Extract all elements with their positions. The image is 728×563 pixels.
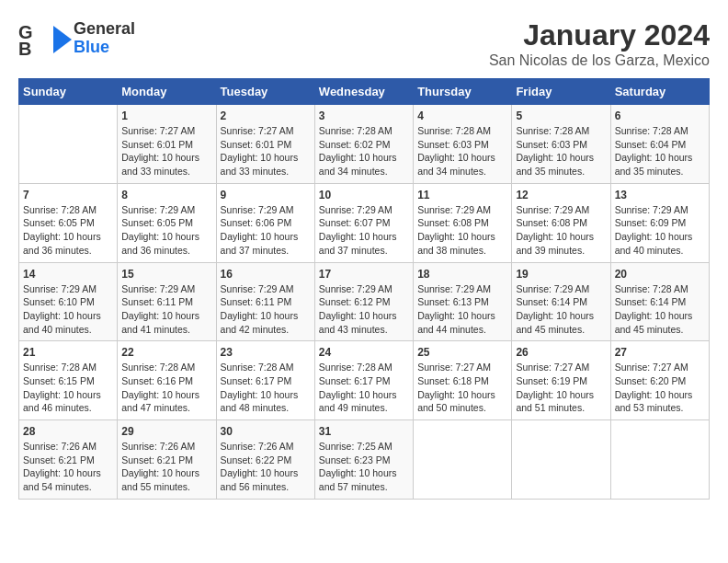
calendar-cell: 31Sunrise: 7:25 AM Sunset: 6:23 PM Dayli… <box>314 420 413 500</box>
day-info: Sunrise: 7:26 AM Sunset: 6:21 PM Dayligh… <box>121 440 211 494</box>
calendar-cell: 11Sunrise: 7:29 AM Sunset: 6:08 PM Dayli… <box>414 183 512 262</box>
header-saturday: Saturday <box>610 79 709 105</box>
day-info: Sunrise: 7:28 AM Sunset: 6:16 PM Dayligh… <box>121 361 211 415</box>
calendar-cell: 28Sunrise: 7:26 AM Sunset: 6:21 PM Dayli… <box>19 420 118 500</box>
day-info: Sunrise: 7:28 AM Sunset: 6:17 PM Dayligh… <box>221 361 311 415</box>
header-wednesday: Wednesday <box>314 79 413 105</box>
calendar-cell: 29Sunrise: 7:26 AM Sunset: 6:21 PM Dayli… <box>118 420 216 500</box>
calendar-cell: 16Sunrise: 7:29 AM Sunset: 6:11 PM Dayli… <box>216 262 314 341</box>
calendar-cell: 12Sunrise: 7:29 AM Sunset: 6:08 PM Dayli… <box>512 183 610 262</box>
day-info: Sunrise: 7:28 AM Sunset: 6:17 PM Dayligh… <box>319 361 409 415</box>
calendar-cell: 19Sunrise: 7:29 AM Sunset: 6:14 PM Dayli… <box>512 262 610 341</box>
header-thursday: Thursday <box>414 79 512 105</box>
calendar-cell: 17Sunrise: 7:29 AM Sunset: 6:12 PM Dayli… <box>314 262 413 341</box>
day-info: Sunrise: 7:27 AM Sunset: 6:01 PM Dayligh… <box>221 124 311 178</box>
logo-text: General Blue <box>74 20 135 57</box>
calendar-cell: 4Sunrise: 7:28 AM Sunset: 6:03 PM Daylig… <box>414 105 512 184</box>
day-number: 27 <box>615 346 705 359</box>
day-number: 20 <box>615 268 705 281</box>
header-tuesday: Tuesday <box>216 79 314 105</box>
day-info: Sunrise: 7:27 AM Sunset: 6:18 PM Dayligh… <box>417 361 507 415</box>
day-info: Sunrise: 7:29 AM Sunset: 6:10 PM Dayligh… <box>23 282 113 337</box>
day-info: Sunrise: 7:29 AM Sunset: 6:09 PM Dayligh… <box>615 203 705 258</box>
calendar-week-row: 21Sunrise: 7:28 AM Sunset: 6:15 PM Dayli… <box>19 341 710 420</box>
day-info: Sunrise: 7:28 AM Sunset: 6:02 PM Dayligh… <box>319 124 409 178</box>
logo: G B General Blue <box>18 18 135 59</box>
day-number: 10 <box>319 189 409 201</box>
svg-text:B: B <box>18 39 31 59</box>
calendar-cell: 22Sunrise: 7:28 AM Sunset: 6:16 PM Dayli… <box>118 341 216 420</box>
day-info: Sunrise: 7:27 AM Sunset: 6:19 PM Dayligh… <box>516 361 606 415</box>
day-info: Sunrise: 7:29 AM Sunset: 6:11 PM Dayligh… <box>121 282 211 337</box>
calendar-cell: 20Sunrise: 7:28 AM Sunset: 6:14 PM Dayli… <box>610 262 709 341</box>
day-number: 28 <box>23 425 113 438</box>
day-number: 12 <box>516 189 606 201</box>
day-info: Sunrise: 7:28 AM Sunset: 6:14 PM Dayligh… <box>615 282 705 337</box>
calendar-cell: 8Sunrise: 7:29 AM Sunset: 6:05 PM Daylig… <box>118 183 216 262</box>
header-sunday: Sunday <box>19 79 118 105</box>
calendar-cell: 9Sunrise: 7:29 AM Sunset: 6:06 PM Daylig… <box>216 183 314 262</box>
calendar-week-row: 7Sunrise: 7:28 AM Sunset: 6:05 PM Daylig… <box>19 183 710 262</box>
day-info: Sunrise: 7:29 AM Sunset: 6:07 PM Dayligh… <box>319 203 409 258</box>
day-number: 3 <box>319 109 409 122</box>
day-info: Sunrise: 7:28 AM Sunset: 6:05 PM Dayligh… <box>23 203 113 258</box>
calendar-week-row: 28Sunrise: 7:26 AM Sunset: 6:21 PM Dayli… <box>19 420 710 500</box>
day-number: 23 <box>221 346 311 359</box>
calendar-cell: 15Sunrise: 7:29 AM Sunset: 6:11 PM Dayli… <box>118 262 216 341</box>
day-number: 1 <box>121 109 211 122</box>
logo-general: General <box>74 20 135 39</box>
day-info: Sunrise: 7:29 AM Sunset: 6:14 PM Dayligh… <box>516 282 606 337</box>
day-info: Sunrise: 7:28 AM Sunset: 6:15 PM Dayligh… <box>23 361 113 415</box>
day-number: 4 <box>417 109 507 122</box>
page-header: G B General Blue January 2024 San Nicola… <box>18 18 710 69</box>
day-info: Sunrise: 7:29 AM Sunset: 6:08 PM Dayligh… <box>417 203 507 258</box>
day-info: Sunrise: 7:28 AM Sunset: 6:03 PM Dayligh… <box>417 124 507 178</box>
calendar-cell: 18Sunrise: 7:29 AM Sunset: 6:13 PM Dayli… <box>414 262 512 341</box>
day-info: Sunrise: 7:29 AM Sunset: 6:06 PM Dayligh… <box>221 203 311 258</box>
day-number: 11 <box>417 189 507 201</box>
day-number: 5 <box>516 109 606 122</box>
day-number: 19 <box>516 268 606 281</box>
calendar-cell: 23Sunrise: 7:28 AM Sunset: 6:17 PM Dayli… <box>216 341 314 420</box>
calendar-cell <box>512 420 610 500</box>
day-number: 25 <box>417 346 507 359</box>
calendar-cell: 30Sunrise: 7:26 AM Sunset: 6:22 PM Dayli… <box>216 420 314 500</box>
calendar-cell: 2Sunrise: 7:27 AM Sunset: 6:01 PM Daylig… <box>216 105 314 184</box>
calendar-week-row: 14Sunrise: 7:29 AM Sunset: 6:10 PM Dayli… <box>19 262 710 341</box>
day-number: 13 <box>615 189 705 201</box>
calendar-cell: 14Sunrise: 7:29 AM Sunset: 6:10 PM Dayli… <box>19 262 118 341</box>
day-info: Sunrise: 7:26 AM Sunset: 6:22 PM Dayligh… <box>221 440 311 494</box>
calendar-cell: 27Sunrise: 7:27 AM Sunset: 6:20 PM Dayli… <box>610 341 709 420</box>
day-number: 29 <box>121 425 211 438</box>
calendar-cell: 26Sunrise: 7:27 AM Sunset: 6:19 PM Dayli… <box>512 341 610 420</box>
day-number: 18 <box>417 268 507 281</box>
day-info: Sunrise: 7:28 AM Sunset: 6:03 PM Dayligh… <box>516 124 606 178</box>
day-info: Sunrise: 7:26 AM Sunset: 6:21 PM Dayligh… <box>23 440 113 494</box>
day-number: 16 <box>221 268 311 281</box>
day-number: 17 <box>319 268 409 281</box>
day-info: Sunrise: 7:27 AM Sunset: 6:20 PM Dayligh… <box>615 361 705 415</box>
day-number: 31 <box>319 425 409 438</box>
day-number: 14 <box>23 268 113 281</box>
day-info: Sunrise: 7:28 AM Sunset: 6:04 PM Dayligh… <box>615 124 705 178</box>
logo-blue: Blue <box>74 39 135 57</box>
day-info: Sunrise: 7:29 AM Sunset: 6:12 PM Dayligh… <box>319 282 409 337</box>
day-number: 6 <box>615 109 705 122</box>
calendar-cell <box>19 105 118 184</box>
calendar-week-row: 1Sunrise: 7:27 AM Sunset: 6:01 PM Daylig… <box>19 105 710 184</box>
day-info: Sunrise: 7:29 AM Sunset: 6:05 PM Dayligh… <box>121 203 211 258</box>
day-info: Sunrise: 7:29 AM Sunset: 6:08 PM Dayligh… <box>516 203 606 258</box>
calendar-cell <box>414 420 512 500</box>
day-number: 22 <box>121 346 211 359</box>
calendar-cell: 10Sunrise: 7:29 AM Sunset: 6:07 PM Dayli… <box>314 183 413 262</box>
day-info: Sunrise: 7:25 AM Sunset: 6:23 PM Dayligh… <box>319 440 409 494</box>
day-info: Sunrise: 7:29 AM Sunset: 6:13 PM Dayligh… <box>417 282 507 337</box>
calendar-cell: 5Sunrise: 7:28 AM Sunset: 6:03 PM Daylig… <box>512 105 610 184</box>
day-number: 9 <box>221 189 311 201</box>
header-monday: Monday <box>118 79 216 105</box>
day-number: 21 <box>23 346 113 359</box>
day-number: 7 <box>23 189 113 201</box>
day-number: 8 <box>121 189 211 201</box>
calendar-title: January 2024 <box>489 18 710 52</box>
calendar-cell <box>610 420 709 500</box>
